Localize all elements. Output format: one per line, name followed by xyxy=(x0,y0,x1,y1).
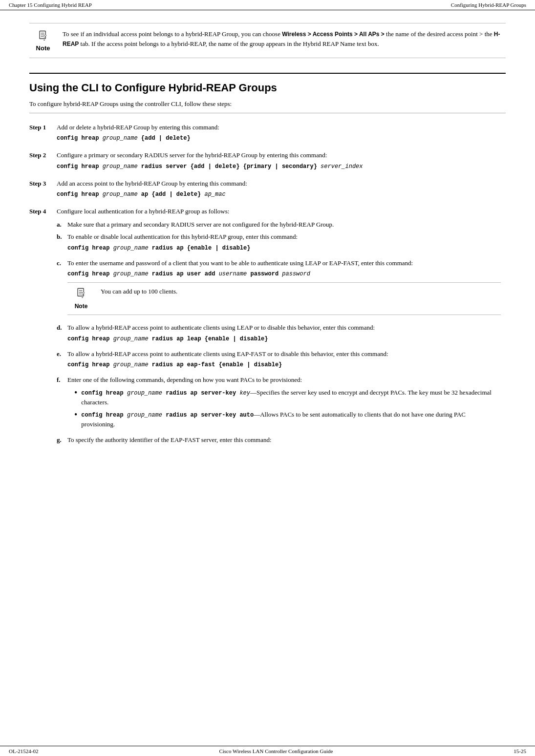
substep-a-text: Make sure that a primary and secondary R… xyxy=(67,221,334,228)
substep-d-text: To allow a hybrid-REAP access point to a… xyxy=(67,324,375,331)
step-4-text: Configure local authentication for a hyb… xyxy=(57,208,229,215)
substep-g-text: To specify the authority identifier of t… xyxy=(67,436,272,443)
substep-c-row: c. To enter the username and password of… xyxy=(57,257,503,322)
step-1-code: config hreap group_name {add | delete} xyxy=(57,134,503,143)
substep-a-label: a. xyxy=(57,218,67,231)
substep-g-row: g. To specify the authority identifier o… xyxy=(57,434,503,446)
note-pencil-icon xyxy=(36,29,50,43)
substep-a-row: a. Make sure that a primary and secondar… xyxy=(57,218,503,231)
step-1-text: Add or delete a hybrid-REAP Group by ent… xyxy=(57,124,219,131)
substep-e-code: config hreap group_name radius ap eap-fa… xyxy=(67,360,501,369)
inner-note-pencil-icon xyxy=(74,287,88,300)
substep-e-content: To allow a hybrid-REAP access point to a… xyxy=(67,348,503,374)
substep-a-content: Make sure that a primary and secondary R… xyxy=(67,218,503,231)
step-2-label: Step 2 xyxy=(29,148,57,176)
step-2-row: Step 2 Configure a primary or secondary … xyxy=(29,148,506,176)
bullet-dot-1: • xyxy=(74,388,77,407)
svg-marker-5 xyxy=(43,40,45,41)
inner-note-box: Note You can add up to 100 clients. xyxy=(67,282,501,315)
substep-table: a. Make sure that a primary and secondar… xyxy=(57,218,503,446)
inner-note-label: Note xyxy=(75,302,88,311)
substep-f-text: Enter one of the following commands, dep… xyxy=(67,376,302,383)
bullet-item-1: • config hreap group_name radius ap serv… xyxy=(74,388,501,407)
substep-c-code: config hreap group_name radius ap user a… xyxy=(67,270,501,278)
substep-b-row: b. To enable or disable local authentica… xyxy=(57,231,503,257)
step-1-row: Step 1 Add or delete a hybrid-REAP Group… xyxy=(29,120,506,148)
substep-e-row: e. To allow a hybrid-REAP access point t… xyxy=(57,348,503,374)
svg-marker-11 xyxy=(82,297,84,298)
substep-f-label: f. xyxy=(57,374,67,434)
substep-e-label: e. xyxy=(57,348,67,374)
section-heading: Using the CLI to Configure Hybrid-REAP G… xyxy=(29,73,506,94)
substep-b-text: To enable or disable local authenticatio… xyxy=(67,233,298,240)
step-3-content: Add an access point to the hybrid-REAP G… xyxy=(57,176,506,205)
substep-d-row: d. To allow a hybrid-REAP access point t… xyxy=(57,321,503,348)
substep-d-code: config hreap group_name radius ap leap {… xyxy=(67,335,501,343)
substep-b-code: config hreap group_name radius ap {enabl… xyxy=(67,244,501,252)
section-divider xyxy=(29,113,506,113)
step-4-row: Step 4 Configure local authentication fo… xyxy=(29,204,506,448)
footer-right: 15-25 xyxy=(514,748,526,754)
substep-g-content: To specify the authority identifier of t… xyxy=(67,434,503,446)
bullet-dot-2: • xyxy=(74,410,77,429)
step-2-content: Configure a primary or secondary RADIUS … xyxy=(57,148,506,176)
page-footer: OL-21524-02 Cisco Wireless LAN Controlle… xyxy=(0,746,535,756)
header-left: Chapter 15 Configuring Hybrid REAP xyxy=(9,2,92,8)
substep-f-bullets: • config hreap group_name radius ap serv… xyxy=(74,388,501,429)
note-icon-area-top: Note xyxy=(29,29,57,52)
bullet-text-2: config hreap group_name radius ap server… xyxy=(81,410,501,429)
substep-d-content: To allow a hybrid-REAP access point to a… xyxy=(67,321,503,348)
bullet-text-1: config hreap group_name radius ap server… xyxy=(81,388,501,407)
substep-c-content: To enter the username and password of a … xyxy=(67,257,503,322)
inner-note-text: You can add up to 100 clients. xyxy=(101,287,177,311)
step-3-row: Step 3 Add an access point to the hybrid… xyxy=(29,176,506,205)
substep-f-content: Enter one of the following commands, dep… xyxy=(67,374,503,434)
steps-table: Step 1 Add or delete a hybrid-REAP Group… xyxy=(29,120,506,449)
step-2-code: config hreap group_name radius server {a… xyxy=(57,162,503,171)
substep-c-text: To enter the username and password of a … xyxy=(67,259,413,267)
page-header: Chapter 15 Configuring Hybrid REAP Confi… xyxy=(0,0,535,10)
substep-b-label: b. xyxy=(57,231,67,257)
step-3-text: Add an access point to the hybrid-REAP G… xyxy=(57,180,247,187)
step-3-label: Step 3 xyxy=(29,176,57,205)
note-box-top: Note To see if an individual access poin… xyxy=(29,23,506,58)
note-label-top: Note xyxy=(36,44,50,52)
step-3-code: config hreap group_name ap {add | delete… xyxy=(57,190,503,199)
step-1-label: Step 1 xyxy=(29,120,57,148)
footer-center: Cisco Wireless LAN Controller Configurat… xyxy=(219,748,333,754)
step-4-label: Step 4 xyxy=(29,204,57,448)
substep-c-label: c. xyxy=(57,257,67,322)
note-text-top: To see if an individual access point bel… xyxy=(63,29,506,52)
bullet-item-2: • config hreap group_name radius ap serv… xyxy=(74,410,501,429)
substep-d-label: d. xyxy=(57,321,67,348)
step-4-content: Configure local authentication for a hyb… xyxy=(57,204,506,448)
step-1-content: Add or delete a hybrid-REAP Group by ent… xyxy=(57,120,506,148)
footer-left: OL-21524-02 xyxy=(9,748,39,754)
substep-b-content: To enable or disable local authenticatio… xyxy=(67,231,503,257)
header-right: Configuring Hybrid-REAP Groups xyxy=(451,2,526,8)
inner-note-icon-area: Note xyxy=(67,287,95,311)
step-2-text: Configure a primary or secondary RADIUS … xyxy=(57,151,327,159)
substep-e-text: To allow a hybrid-REAP access point to a… xyxy=(67,350,388,357)
section-intro: To configure hybrid-REAP Groups using th… xyxy=(29,99,506,109)
substep-g-label: g. xyxy=(57,434,67,446)
substep-f-row: f. Enter one of the following commands, … xyxy=(57,374,503,434)
main-content: Note To see if an individual access poin… xyxy=(0,10,535,478)
